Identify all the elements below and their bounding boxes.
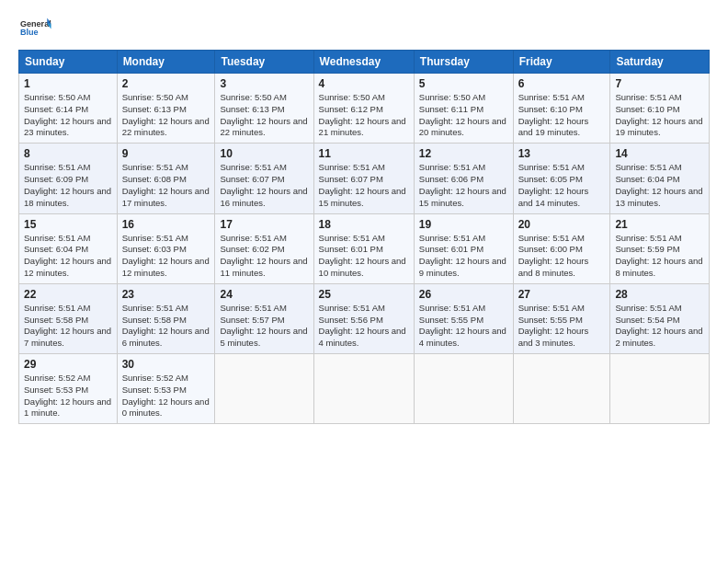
weekday-header-tuesday: Tuesday — [215, 51, 313, 74]
day-info: Sunrise: 5:50 AMSunset: 6:13 PMDaylight:… — [220, 92, 308, 139]
calendar-cell — [414, 354, 513, 424]
day-number: 5 — [419, 77, 508, 90]
calendar-cell: 5Sunrise: 5:50 AMSunset: 6:11 PMDaylight… — [414, 74, 513, 144]
day-info: Sunrise: 5:50 AMSunset: 6:14 PMDaylight:… — [24, 92, 112, 139]
day-info: Sunrise: 5:51 AMSunset: 6:05 PMDaylight:… — [518, 162, 606, 209]
day-number: 3 — [220, 77, 308, 90]
weekday-header-row: SundayMondayTuesdayWednesdayThursdayFrid… — [19, 51, 710, 74]
day-info: Sunrise: 5:51 AMSunset: 6:00 PMDaylight:… — [518, 233, 606, 280]
calendar-cell: 6Sunrise: 5:51 AMSunset: 6:10 PMDaylight… — [513, 74, 610, 144]
calendar-cell: 11Sunrise: 5:51 AMSunset: 6:07 PMDayligh… — [313, 144, 414, 213]
weekday-header-sunday: Sunday — [19, 51, 118, 74]
day-info: Sunrise: 5:51 AMSunset: 6:06 PMDaylight:… — [419, 162, 508, 209]
calendar-cell: 16Sunrise: 5:51 AMSunset: 6:03 PMDayligh… — [117, 213, 215, 283]
calendar-cell: 28Sunrise: 5:51 AMSunset: 5:54 PMDayligh… — [610, 283, 710, 353]
calendar-cell — [313, 354, 414, 424]
day-info: Sunrise: 5:51 AMSunset: 6:10 PMDaylight:… — [518, 92, 606, 139]
day-info: Sunrise: 5:51 AMSunset: 6:02 PMDaylight:… — [220, 233, 308, 280]
calendar-cell: 3Sunrise: 5:50 AMSunset: 6:13 PMDaylight… — [215, 74, 313, 144]
day-number: 22 — [24, 288, 112, 301]
svg-text:Blue: Blue — [20, 28, 39, 37]
day-info: Sunrise: 5:52 AMSunset: 5:53 PMDaylight:… — [122, 373, 210, 419]
calendar-container: General Blue SundayMondayTuesdayWednesda… — [0, 0, 728, 563]
calendar-week-row: 1Sunrise: 5:50 AMSunset: 6:14 PMDaylight… — [19, 74, 710, 144]
svg-text:General: General — [20, 19, 51, 29]
calendar-cell: 4Sunrise: 5:50 AMSunset: 6:12 PMDaylight… — [313, 74, 414, 144]
calendar-cell: 29Sunrise: 5:52 AMSunset: 5:53 PMDayligh… — [19, 354, 118, 424]
day-info: Sunrise: 5:51 AMSunset: 5:57 PMDaylight:… — [220, 303, 308, 350]
day-number: 20 — [518, 218, 606, 231]
day-number: 15 — [24, 218, 112, 231]
day-info: Sunrise: 5:51 AMSunset: 6:01 PMDaylight:… — [419, 233, 508, 280]
day-number: 13 — [518, 147, 606, 160]
day-info: Sunrise: 5:51 AMSunset: 5:58 PMDaylight:… — [122, 303, 210, 350]
weekday-header-saturday: Saturday — [610, 51, 710, 74]
day-number: 12 — [419, 147, 508, 160]
day-info: Sunrise: 5:50 AMSunset: 6:13 PMDaylight:… — [122, 92, 210, 139]
calendar-cell: 9Sunrise: 5:51 AMSunset: 6:08 PMDaylight… — [117, 144, 215, 213]
day-number: 28 — [615, 288, 704, 301]
day-info: Sunrise: 5:51 AMSunset: 6:09 PMDaylight:… — [24, 162, 112, 209]
calendar-cell: 24Sunrise: 5:51 AMSunset: 5:57 PMDayligh… — [215, 283, 313, 353]
calendar-cell: 13Sunrise: 5:51 AMSunset: 6:05 PMDayligh… — [513, 144, 610, 213]
day-info: Sunrise: 5:51 AMSunset: 5:56 PMDaylight:… — [319, 303, 409, 350]
day-info: Sunrise: 5:51 AMSunset: 5:55 PMDaylight:… — [518, 303, 606, 350]
day-info: Sunrise: 5:51 AMSunset: 6:07 PMDaylight:… — [319, 162, 409, 209]
calendar-cell: 25Sunrise: 5:51 AMSunset: 5:56 PMDayligh… — [313, 283, 414, 353]
calendar-cell: 14Sunrise: 5:51 AMSunset: 6:04 PMDayligh… — [610, 144, 710, 213]
calendar-week-row: 22Sunrise: 5:51 AMSunset: 5:58 PMDayligh… — [19, 283, 710, 353]
day-number: 19 — [419, 218, 508, 231]
calendar-cell: 22Sunrise: 5:51 AMSunset: 5:58 PMDayligh… — [19, 283, 118, 353]
day-number: 17 — [220, 218, 308, 231]
day-number: 7 — [615, 77, 704, 90]
day-info: Sunrise: 5:51 AMSunset: 5:54 PMDaylight:… — [615, 303, 704, 350]
calendar-week-row: 8Sunrise: 5:51 AMSunset: 6:09 PMDaylight… — [19, 144, 710, 213]
day-number: 18 — [319, 218, 409, 231]
calendar-cell: 15Sunrise: 5:51 AMSunset: 6:04 PMDayligh… — [19, 213, 118, 283]
day-number: 9 — [122, 147, 210, 160]
calendar-week-row: 29Sunrise: 5:52 AMSunset: 5:53 PMDayligh… — [19, 354, 710, 424]
day-info: Sunrise: 5:51 AMSunset: 6:04 PMDaylight:… — [615, 162, 704, 209]
day-number: 10 — [220, 147, 308, 160]
day-info: Sunrise: 5:51 AMSunset: 6:08 PMDaylight:… — [122, 162, 210, 209]
calendar-cell: 8Sunrise: 5:51 AMSunset: 6:09 PMDaylight… — [19, 144, 118, 213]
day-info: Sunrise: 5:51 AMSunset: 6:07 PMDaylight:… — [220, 162, 308, 209]
weekday-header-monday: Monday — [117, 51, 215, 74]
calendar-cell: 26Sunrise: 5:51 AMSunset: 5:55 PMDayligh… — [414, 283, 513, 353]
day-number: 2 — [122, 77, 210, 90]
day-number: 30 — [122, 358, 210, 371]
weekday-header-friday: Friday — [513, 51, 610, 74]
logo: General Blue — [18, 15, 51, 40]
day-number: 6 — [518, 77, 606, 90]
calendar-cell — [215, 354, 313, 424]
weekday-header-wednesday: Wednesday — [313, 51, 414, 74]
calendar-cell: 20Sunrise: 5:51 AMSunset: 6:00 PMDayligh… — [513, 213, 610, 283]
day-number: 25 — [319, 288, 409, 301]
day-number: 4 — [319, 77, 409, 90]
calendar-cell — [610, 354, 710, 424]
calendar-cell — [513, 354, 610, 424]
day-info: Sunrise: 5:51 AMSunset: 5:55 PMDaylight:… — [419, 303, 508, 350]
weekday-header-thursday: Thursday — [414, 51, 513, 74]
day-info: Sunrise: 5:51 AMSunset: 5:58 PMDaylight:… — [24, 303, 112, 350]
day-info: Sunrise: 5:51 AMSunset: 6:04 PMDaylight:… — [24, 233, 112, 280]
calendar-cell: 12Sunrise: 5:51 AMSunset: 6:06 PMDayligh… — [414, 144, 513, 213]
calendar-cell: 17Sunrise: 5:51 AMSunset: 6:02 PMDayligh… — [215, 213, 313, 283]
calendar-cell: 19Sunrise: 5:51 AMSunset: 6:01 PMDayligh… — [414, 213, 513, 283]
calendar-cell: 18Sunrise: 5:51 AMSunset: 6:01 PMDayligh… — [313, 213, 414, 283]
calendar-cell: 27Sunrise: 5:51 AMSunset: 5:55 PMDayligh… — [513, 283, 610, 353]
day-number: 16 — [122, 218, 210, 231]
day-info: Sunrise: 5:51 AMSunset: 5:59 PMDaylight:… — [615, 233, 704, 280]
day-number: 27 — [518, 288, 606, 301]
day-info: Sunrise: 5:51 AMSunset: 6:10 PMDaylight:… — [615, 92, 704, 139]
day-number: 29 — [24, 358, 112, 371]
calendar-week-row: 15Sunrise: 5:51 AMSunset: 6:04 PMDayligh… — [19, 213, 710, 283]
calendar-cell: 2Sunrise: 5:50 AMSunset: 6:13 PMDaylight… — [117, 74, 215, 144]
calendar-cell: 1Sunrise: 5:50 AMSunset: 6:14 PMDaylight… — [19, 74, 118, 144]
day-number: 26 — [419, 288, 508, 301]
calendar-cell: 30Sunrise: 5:52 AMSunset: 5:53 PMDayligh… — [117, 354, 215, 424]
day-number: 14 — [615, 147, 704, 160]
day-number: 11 — [319, 147, 409, 160]
day-number: 1 — [24, 77, 112, 90]
calendar-cell: 7Sunrise: 5:51 AMSunset: 6:10 PMDaylight… — [610, 74, 710, 144]
